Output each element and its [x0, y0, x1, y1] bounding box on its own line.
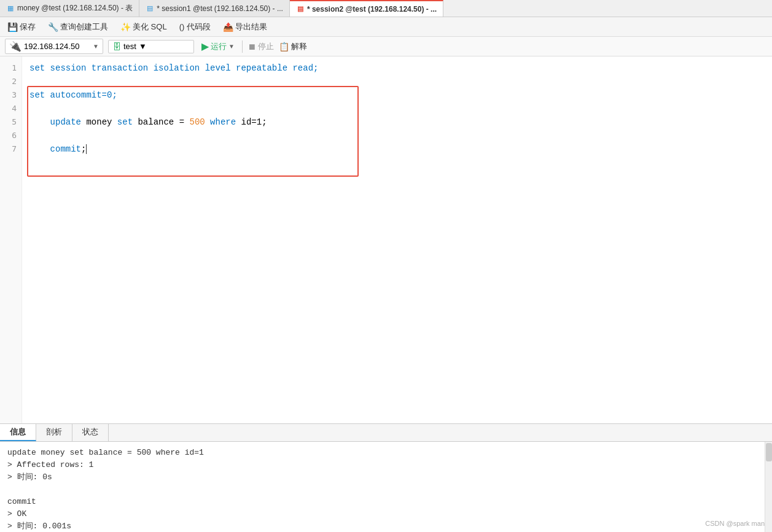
table-icon: ▦	[6, 4, 15, 13]
code-segment-label: () 代码段	[179, 21, 211, 33]
line-num-1: 1	[0, 61, 17, 75]
query-builder-label: 查询创建工具	[60, 21, 108, 33]
result-line-5: commit	[7, 496, 765, 508]
export-label: 导出结果	[235, 21, 267, 33]
watermark: CSDN @spark man	[705, 520, 765, 527]
line-num-6: 6	[0, 129, 17, 142]
code-line-5: update money set balance = 500 where id=…	[29, 115, 765, 129]
code-line-1: set session transaction isolation level …	[29, 61, 765, 75]
database-selector[interactable]: 🗄 test ▼	[108, 40, 194, 53]
export-button[interactable]: 📤 导出结果	[220, 20, 270, 34]
kw-where: where	[210, 117, 236, 127]
text-money: money	[81, 117, 117, 127]
database-value: test	[123, 42, 136, 51]
session2-icon: ▤	[296, 5, 305, 13]
result-line-6: > OK	[7, 508, 765, 520]
watermark-text: CSDN @spark man	[705, 520, 765, 527]
code-line-7: commit;	[29, 142, 765, 156]
result-line-7: > 时间: 0.001s	[7, 520, 765, 532]
db-dropdown-arrow: ▼	[139, 42, 147, 51]
kw-update: update	[50, 117, 81, 127]
text-id: id=1;	[236, 117, 267, 127]
indent2	[29, 144, 50, 154]
code-line-2	[29, 75, 765, 88]
host-icon: 🔌	[9, 40, 21, 52]
run-label: 运行	[211, 41, 227, 52]
tab-money-table-label: money @test (192.168.124.50) - 表	[17, 3, 133, 13]
save-button[interactable]: 💾 保存	[5, 20, 38, 34]
scrollbar[interactable]	[765, 442, 772, 532]
host-value: 192.168.124.50	[24, 42, 79, 51]
text-where	[205, 117, 210, 127]
tab-status-label: 状态	[82, 427, 98, 436]
result-line-4	[7, 484, 765, 496]
bottom-panel: 信息 剖析 状态 update money set balance = 500 …	[0, 423, 772, 532]
run-button[interactable]: ▶ 运行 ▼	[199, 39, 237, 53]
code-line-6	[29, 129, 765, 142]
stop-label: 停止	[258, 41, 274, 52]
kw-set3: set	[117, 117, 133, 127]
kw-commit: commit	[50, 144, 81, 154]
run-icon: ▶	[201, 40, 209, 52]
query-builder-icon: 🔧	[48, 22, 58, 32]
line-numbers: 1 2 3 4 5 6 7	[0, 56, 22, 423]
tab-info-label: 信息	[10, 427, 26, 436]
beautify-icon: ✨	[120, 22, 131, 32]
tab-money-table[interactable]: ▦ money @test (192.168.124.50) - 表	[0, 0, 139, 17]
beautify-button[interactable]: ✨ 美化 SQL	[118, 20, 170, 34]
host-selector[interactable]: 🔌 192.168.124.50 ▼	[5, 39, 103, 54]
tab-session2-label: * session2 @test (192.168.124.50) - ...	[307, 5, 437, 13]
stop-icon: ⏹	[248, 42, 256, 52]
save-label: 保存	[20, 21, 36, 33]
code-line-4	[29, 102, 765, 115]
text-balance: balance =	[133, 117, 189, 127]
scrollbar-thumb[interactable]	[766, 443, 772, 461]
toolbar: 💾 保存 🔧 查询创建工具 ✨ 美化 SQL () 代码段 📤 导出结果	[0, 17, 772, 37]
connection-bar: 🔌 192.168.124.50 ▼ 🗄 test ▼ ▶ 运行 ▼ ⏹ 停止 …	[0, 37, 772, 56]
export-icon: 📤	[223, 22, 233, 32]
bottom-content: update money set balance = 500 where id=…	[0, 442, 772, 532]
kw-set1: set session transaction isolation level …	[29, 63, 318, 73]
explain-button[interactable]: 📋 解释	[279, 41, 307, 52]
tab-session1-label: * session1 @test (192.168.124.50) - ...	[157, 4, 283, 13]
explain-label: 解释	[291, 41, 307, 52]
code-segment-button[interactable]: () 代码段	[177, 20, 213, 34]
tab-info[interactable]: 信息	[0, 424, 36, 441]
tab-profile-label: 剖析	[46, 427, 62, 436]
query-builder-button[interactable]: 🔧 查询创建工具	[45, 20, 111, 34]
line-num-3: 3	[0, 88, 17, 102]
kw-set2: set autocommit=0;	[29, 90, 117, 100]
bottom-tab-bar: 信息 剖析 状态	[0, 424, 772, 442]
tab-status[interactable]: 状态	[72, 424, 109, 441]
explain-icon: 📋	[279, 42, 289, 52]
tab-session1[interactable]: ▤ * session1 @test (192.168.124.50) - ..…	[139, 0, 290, 17]
editor-area: 1 2 3 4 5 6 7 set session transaction is…	[0, 56, 772, 423]
beautify-label: 美化 SQL	[133, 21, 167, 33]
run-dropdown-arrow: ▼	[228, 43, 235, 50]
tab-bar: ▦ money @test (192.168.124.50) - 表 ▤ * s…	[0, 0, 772, 17]
toolbar-divider	[242, 40, 243, 53]
code-line-3: set autocommit=0;	[29, 88, 765, 102]
cursor	[86, 144, 87, 154]
database-icon: 🗄	[112, 42, 121, 52]
line-num-7: 7	[0, 142, 17, 156]
save-icon: 💾	[7, 22, 18, 32]
stop-button[interactable]: ⏹ 停止	[248, 41, 274, 52]
result-line-2: > Affected rows: 1	[7, 459, 765, 471]
indent1	[29, 117, 50, 127]
host-dropdown-arrow: ▼	[93, 43, 99, 50]
result-line-3: > 时间: 0s	[7, 471, 765, 484]
tab-session2[interactable]: ▤ * session2 @test (192.168.124.50) - ..…	[290, 0, 443, 17]
tab-profile[interactable]: 剖析	[36, 424, 72, 441]
line-num-5: 5	[0, 115, 17, 129]
line-num-4: 4	[0, 102, 17, 115]
line-num-2: 2	[0, 75, 17, 88]
session1-icon: ▤	[146, 4, 154, 13]
code-editor[interactable]: set session transaction isolation level …	[22, 56, 772, 423]
result-line-1: update money set balance = 500 where id=…	[7, 447, 765, 459]
val-500: 500	[189, 117, 205, 127]
